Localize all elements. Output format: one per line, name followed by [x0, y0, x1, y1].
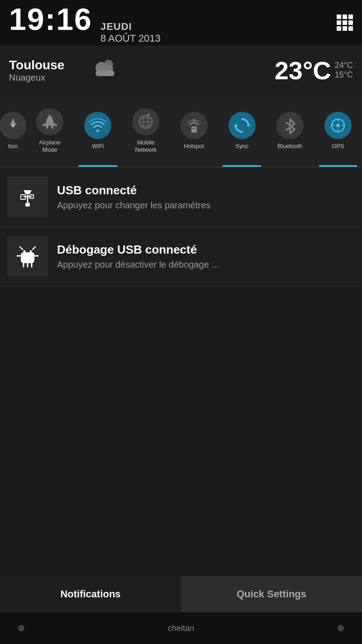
usb-icon-wrap [7, 177, 48, 217]
temp-high: 24°C [335, 61, 353, 70]
toggle-location-label: tion [8, 143, 18, 150]
toggle-wifi[interactable]: WiFi [74, 95, 122, 167]
weather-temp: 23°C 24°C 15°C [275, 56, 353, 85]
toggle-bluetooth[interactable]: Bluetooth [266, 95, 314, 167]
svg-point-5 [96, 130, 99, 132]
svg-point-17 [336, 124, 340, 127]
status-bar: 19:16 JEUDI 8 AOÛT 2013 [0, 0, 362, 45]
sync-icon [229, 112, 256, 139]
airplane-icon [36, 108, 63, 135]
svg-point-31 [30, 250, 32, 253]
nav-back-dot[interactable] [18, 625, 24, 631]
toggle-hotspot[interactable]: Hotspot [170, 95, 218, 167]
toggle-airplane-label: AirplaneMode [39, 139, 61, 153]
svg-point-30 [24, 250, 26, 253]
quick-toggles: tion AirplaneMode WiFi [0, 95, 362, 168]
toggle-mobile[interactable]: MobileNetwork [122, 95, 170, 167]
toggle-sync[interactable]: Sync [218, 95, 266, 167]
svg-rect-10 [191, 126, 197, 133]
toggle-airplane[interactable]: AirplaneMode [26, 95, 74, 167]
temp-low: 15°C [335, 70, 353, 80]
toggle-mobile-label: MobileNetwork [135, 139, 157, 153]
toggle-gps[interactable]: GPS [314, 95, 362, 167]
day-label: JEUDI [100, 21, 161, 33]
temp-range: 24°C 15°C [335, 61, 353, 80]
time-display: 19:16 [9, 1, 92, 37]
nav-menu-dot[interactable] [338, 625, 344, 631]
toggle-location[interactable]: tion [0, 95, 26, 167]
gps-icon [324, 112, 352, 139]
svg-line-29 [33, 247, 35, 250]
location-icon [0, 112, 26, 139]
bluetooth-icon [276, 112, 304, 139]
tab-notifications[interactable]: Notifications [0, 576, 181, 612]
debug-icon-wrap [7, 236, 48, 277]
svg-rect-22 [25, 203, 30, 207]
svg-rect-13 [193, 119, 195, 120]
wifi-icon [84, 112, 111, 139]
tab-quick-settings[interactable]: Quick Settings [181, 576, 362, 612]
grid-icon[interactable] [337, 14, 353, 31]
notif-usb-text: USB connecté Appuyez pour changer les pa… [57, 183, 210, 211]
svg-line-28 [20, 247, 23, 250]
notif-debug-subtitle: Appuyez pour désactiver le débogage ... [57, 260, 219, 270]
notif-usb[interactable]: USB connecté Appuyez pour changer les pa… [0, 168, 362, 227]
weather-location: Toulouse Nuageux [9, 58, 64, 83]
toggle-bluetooth-label: Bluetooth [277, 143, 302, 150]
weather-icon [91, 57, 119, 84]
notifications-list: USB connecté Appuyez pour changer les pa… [0, 168, 362, 286]
temp-main: 23°C [275, 56, 331, 85]
notif-debug-text: Débogage USB connecté Appuyez pour désac… [57, 243, 219, 270]
notif-usb-title: USB connecté [57, 183, 210, 197]
svg-rect-32 [21, 252, 34, 263]
nav-label: cheitan [168, 624, 194, 633]
notif-usb-subtitle: Appuyez pour changer les paramètres [57, 200, 210, 211]
nav-bar: cheitan [0, 612, 362, 644]
date-block: JEUDI 8 AOÛT 2013 [100, 21, 161, 44]
city-name: Toulouse [9, 58, 64, 72]
toggle-gps-label: GPS [332, 143, 344, 150]
hotspot-icon [181, 112, 208, 139]
weather-condition: Nuageux [9, 72, 64, 83]
svg-line-9 [148, 114, 149, 115]
toggle-hotspot-label: Hotspot [184, 143, 204, 150]
date-label: 8 AOÛT 2013 [100, 33, 161, 44]
svg-point-4 [11, 124, 15, 127]
status-right [337, 14, 353, 31]
weather-bar: Toulouse Nuageux 23°C 24°C 15°C [0, 45, 362, 95]
notif-debug[interactable]: Débogage USB connecté Appuyez pour désac… [0, 227, 362, 286]
toggle-wifi-label: WiFi [92, 143, 104, 150]
toggle-sync-label: Sync [235, 143, 248, 150]
empty-space [0, 286, 362, 626]
svg-rect-3 [95, 71, 114, 76]
bottom-tab-bar: Notifications Quick Settings [0, 576, 362, 612]
notif-debug-title: Débogage USB connecté [57, 243, 219, 257]
mobile-network-icon [132, 108, 159, 135]
svg-rect-11 [192, 128, 196, 129]
